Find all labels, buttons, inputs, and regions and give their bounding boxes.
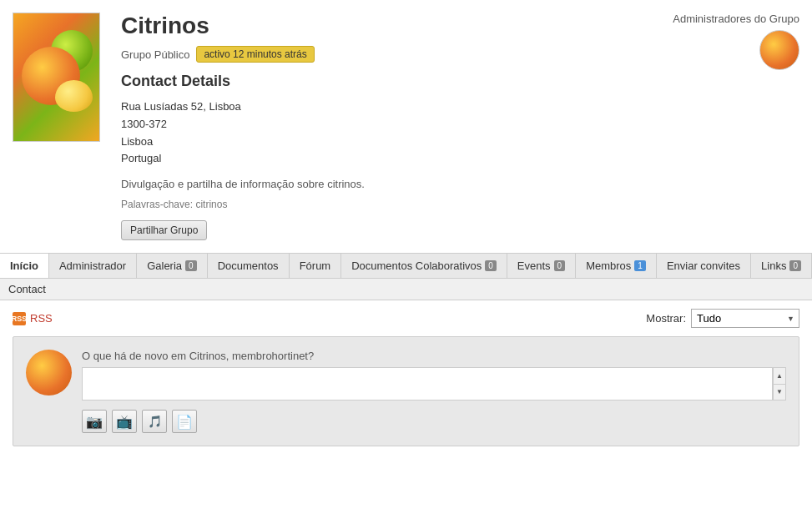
group-image [13,13,100,142]
tab-enviar-convites[interactable]: Enviar convites [657,254,751,278]
toolbar-row: RSS RSS Mostrar: Tudo Actualizações Foto… [13,309,799,328]
textarea-scrollbar: ▲ ▼ [773,367,786,401]
links-badge: 0 [789,260,801,271]
group-type: Grupo Público [121,48,189,61]
textarea-wrapper: ▲ ▼ [82,367,786,403]
address-block: Rua Lusíadas 52, Lisboa 1300-372 Lisboa … [121,98,799,168]
rss-link[interactable]: RSS RSS [13,312,53,325]
file-icon-btn[interactable]: 📄 [172,410,197,433]
show-label: Mostrar: [646,312,686,325]
activity-avatar [26,350,72,395]
admin-avatar[interactable] [759,30,799,70]
camera-icon: 📷 [86,414,103,430]
activity-icons: 📷 📺 🎵 📄 [82,410,786,433]
tab-documentos[interactable]: Documentos [208,254,290,278]
rss-icon: RSS [13,312,26,325]
admin-section: Administradores do Grupo [673,13,799,70]
activity-form: O que há de novo em Citrinos, membrohort… [82,350,786,433]
scroll-down-btn[interactable]: ▼ [774,385,785,401]
page-wrapper: Citrinos Grupo Público activo 12 minutos… [0,0,812,529]
tab-events[interactable]: Events 0 [507,254,576,278]
activity-box: O que há de novo em Citrinos, membrohort… [13,336,799,446]
file-icon: 📄 [176,414,193,430]
audio-icon: 🎵 [148,415,162,428]
rss-label: RSS [30,312,53,325]
address-line-2: 1300-372 [121,116,799,134]
audio-icon-btn[interactable]: 🎵 [142,410,167,433]
group-description: Divulgação e partilha de informação sobr… [121,178,799,190]
nav-tabs: Início Administrador Galeria 0 Documento… [0,253,812,279]
activity-inner: O que há de novo em Citrinos, membrohort… [26,350,786,433]
activity-question: O que há de novo em Citrinos, membrohort… [82,350,786,362]
address-line-1: Rua Lusíadas 52, Lisboa [121,98,799,116]
tab-membros[interactable]: Membros 1 [576,254,657,278]
galeria-badge: 0 [185,260,197,271]
tab-links[interactable]: Links 0 [751,254,812,278]
tab-administrador[interactable]: Administrador [49,254,137,278]
active-badge: activo 12 minutos atrás [196,46,314,63]
events-badge: 0 [554,260,566,271]
tab-inicio[interactable]: Início [0,254,49,278]
show-select-wrapper: Tudo Actualizações Fotos Documentos [691,309,799,328]
doc-colab-badge: 0 [485,260,497,271]
group-keywords: Palavras-chave: citrinos [121,199,799,210]
scroll-up-btn[interactable]: ▲ [774,368,785,385]
tab-forum[interactable]: Fórum [290,254,342,278]
address-line-4: Portugal [121,150,799,168]
admin-label: Administradores do Grupo [673,13,799,25]
video-icon: 📺 [116,414,133,430]
contact-details-heading: Contact Details [121,73,799,90]
tab-galeria[interactable]: Galeria 0 [137,254,207,278]
share-group-button[interactable]: Partilhar Grupo [121,220,207,240]
tab-documentos-colab[interactable]: Documentos Colaborativos 0 [341,254,507,278]
video-icon-btn[interactable]: 📺 [112,410,137,433]
main-content: RSS RSS Mostrar: Tudo Actualizações Foto… [0,300,812,459]
activity-textarea[interactable] [82,367,773,401]
show-select[interactable]: Tudo Actualizações Fotos Documentos [691,309,799,328]
membros-badge: 1 [634,260,646,271]
sub-nav-contact[interactable]: Contact [8,283,46,295]
sub-nav: Contact [0,279,812,300]
address-line-3: Lisboa [121,134,799,151]
show-filter: Mostrar: Tudo Actualizações Fotos Docume… [646,309,799,328]
photo-icon-btn[interactable]: 📷 [82,410,107,433]
